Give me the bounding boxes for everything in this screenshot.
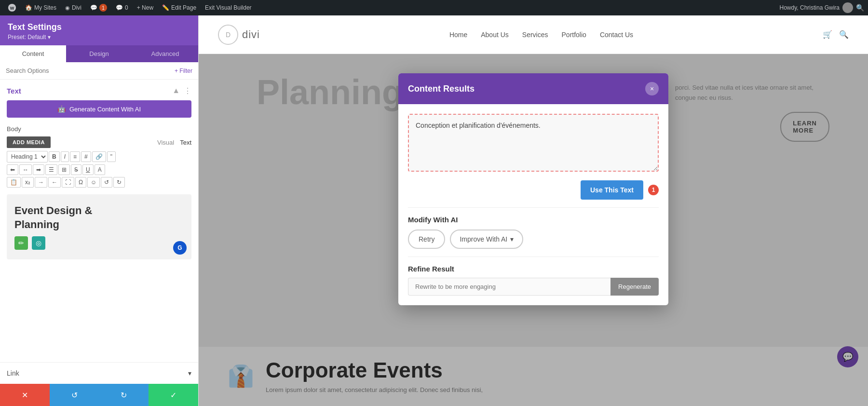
- panel-content: Text ▲ ⋮ 🤖 Generate Content With AI Body…: [0, 80, 198, 362]
- emoji-button[interactable]: ☺: [87, 177, 100, 188]
- nav-contact[interactable]: Contact Us: [600, 31, 633, 39]
- align-right-button[interactable]: ➡: [33, 164, 44, 175]
- nav-services[interactable]: Services: [522, 31, 548, 39]
- hero-section: Planning porci. Sed vitae nulla et ices …: [199, 54, 868, 406]
- modal-title: Content Results: [408, 84, 475, 94]
- section-menu-icon[interactable]: ⋮: [184, 86, 191, 95]
- regenerate-button[interactable]: Regenerate: [610, 278, 659, 296]
- refine-row: Regenerate: [408, 278, 659, 296]
- ul-button[interactable]: ≡: [70, 151, 80, 162]
- section-controls: ▲ ⋮: [172, 86, 191, 95]
- exit-builder-label: Exit Visual Builder: [205, 4, 252, 11]
- tab-design[interactable]: Design: [66, 45, 132, 62]
- undo-editor-button[interactable]: ↺: [101, 177, 112, 188]
- indent-button[interactable]: →: [35, 177, 47, 188]
- modal-overlay: Content Results × Conception et planific…: [199, 54, 868, 406]
- preset-label[interactable]: Preset: Default ▾: [8, 34, 190, 41]
- logo-initial: D: [226, 31, 231, 39]
- divi-label: Divi: [72, 4, 81, 11]
- italic-button[interactable]: I: [61, 151, 69, 162]
- outdent-button[interactable]: ←: [48, 177, 61, 188]
- improve-label: Improve With AI: [460, 235, 507, 243]
- ol-button[interactable]: #: [81, 151, 91, 162]
- bold-button[interactable]: B: [49, 151, 60, 162]
- nav-home[interactable]: Home: [449, 31, 467, 39]
- comment-zero-item[interactable]: 💬 0: [112, 0, 132, 15]
- my-sites-label: My Sites: [34, 4, 56, 11]
- use-this-button[interactable]: Use This Text: [581, 180, 643, 200]
- cancel-button[interactable]: ✕: [0, 384, 50, 406]
- my-sites-item[interactable]: 🏠 My Sites: [21, 0, 60, 15]
- improve-ai-button[interactable]: Improve With AI ▾: [450, 230, 523, 249]
- comment-item[interactable]: 💬 1: [86, 0, 111, 15]
- edit-icon-btn[interactable]: ✏: [14, 236, 28, 250]
- new-label: + New: [137, 4, 153, 11]
- new-item[interactable]: + New: [133, 0, 157, 15]
- divi-item[interactable]: ◉ Divi: [61, 0, 85, 15]
- wp-admin-bar: W 🏠 My Sites ◉ Divi 💬 1 💬 0 + New ✏️ Edi…: [0, 0, 868, 15]
- add-media-button[interactable]: ADD MEDIA: [7, 136, 51, 148]
- modal-close-button[interactable]: ×: [645, 82, 659, 95]
- align-left-button[interactable]: ⬅: [7, 164, 18, 175]
- special-char-button[interactable]: Ω: [75, 177, 86, 188]
- refine-label: Refine Result: [408, 265, 659, 273]
- edit-icon: ✏️: [162, 4, 169, 11]
- redo-button[interactable]: ↻: [99, 384, 149, 406]
- filter-button[interactable]: + Filter: [175, 68, 192, 74]
- redo-editor-button[interactable]: ↻: [113, 177, 125, 188]
- result-textarea[interactable]: Conception et planification d'événements…: [408, 114, 659, 172]
- media-toolbar: ADD MEDIA Visual Text: [7, 136, 191, 148]
- underline-button[interactable]: U: [82, 164, 94, 175]
- refine-input[interactable]: [408, 278, 610, 296]
- search-bar: + Filter: [0, 62, 198, 80]
- collapse-icon[interactable]: ▲: [172, 86, 180, 95]
- paste-button[interactable]: 📋: [7, 177, 21, 188]
- site-logo: D divi: [218, 25, 260, 45]
- subscript-button[interactable]: x₂: [22, 177, 34, 188]
- edit-page-item[interactable]: ✏️ Edit Page: [158, 0, 200, 15]
- nav-portfolio[interactable]: Portfolio: [562, 31, 586, 39]
- grammarly-icon: G: [173, 241, 187, 255]
- align-center-button[interactable]: ↔: [19, 164, 32, 175]
- divi-icon: ◉: [65, 5, 70, 11]
- exit-builder-item[interactable]: Exit Visual Builder: [201, 0, 256, 15]
- wp-logo-item[interactable]: W: [4, 0, 20, 15]
- generate-ai-button[interactable]: 🤖 Generate Content With AI: [7, 100, 191, 118]
- tab-advanced[interactable]: Advanced: [132, 45, 198, 62]
- tab-text[interactable]: Text: [180, 139, 191, 146]
- preview-line2: Planning: [14, 218, 59, 230]
- close-icon: ×: [650, 85, 654, 93]
- avatar: [842, 2, 853, 13]
- link-chevron-icon[interactable]: ▾: [188, 369, 191, 377]
- justify-button[interactable]: ☰: [45, 164, 57, 175]
- edit-page-label: Edit Page: [171, 4, 196, 11]
- preview-line1: Event Design &: [14, 204, 92, 217]
- search-options-input[interactable]: [6, 67, 171, 74]
- text-preview: Event Design & Planning ✏ ◎ G: [7, 194, 191, 259]
- editor-tabs: Visual Text: [157, 139, 191, 146]
- confirm-button[interactable]: ✓: [149, 384, 198, 406]
- website-area: D divi Home About Us Services Portfolio …: [199, 15, 868, 406]
- table-button[interactable]: ⊞: [58, 164, 70, 175]
- retry-button[interactable]: Retry: [408, 230, 445, 249]
- cart-icon[interactable]: 🛒: [823, 30, 832, 39]
- heading-select[interactable]: Heading 1: [7, 151, 48, 162]
- fullscreen-button[interactable]: ⛶: [62, 177, 74, 188]
- divider-1: [408, 207, 659, 208]
- undo-button[interactable]: ↺: [50, 384, 99, 406]
- link-button[interactable]: 🔗: [92, 151, 106, 162]
- generate-ai-label: Generate Content With AI: [69, 106, 141, 113]
- ai-assist-icon-btn[interactable]: ◎: [32, 236, 45, 250]
- color-button[interactable]: A: [95, 164, 105, 175]
- tab-content[interactable]: Content: [0, 45, 66, 62]
- admin-search-icon[interactable]: 🔍: [856, 4, 864, 12]
- main-layout: Text Settings Preset: Default ▾ ⊡ ⊞ ⋮ Co…: [0, 15, 868, 406]
- nav-about-us[interactable]: About Us: [481, 31, 509, 39]
- modal-body: Conception et planification d'événements…: [398, 104, 668, 305]
- text-section-header: Text ▲ ⋮: [7, 86, 191, 95]
- site-search-icon[interactable]: 🔍: [839, 30, 849, 39]
- tab-visual[interactable]: Visual: [157, 139, 174, 146]
- divider-2: [408, 257, 659, 257]
- quote-button[interactable]: ": [107, 151, 116, 162]
- strikethrough-button[interactable]: S̶: [71, 164, 81, 175]
